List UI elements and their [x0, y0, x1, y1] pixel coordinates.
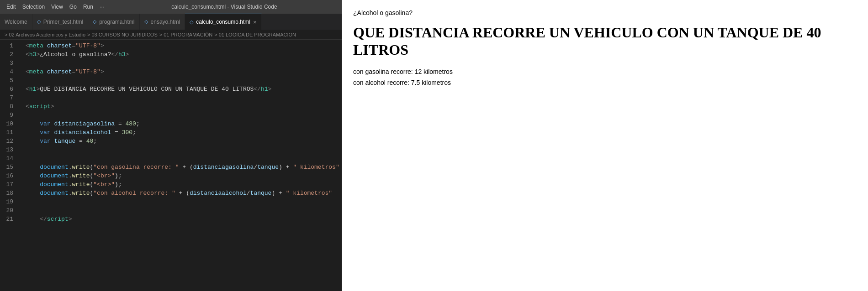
code-line-13 [26, 146, 342, 154]
tab-calculo-icon: ◇ [190, 19, 193, 25]
window-title: calculo_consumo.html - Visual Studio Cod… [111, 4, 338, 10]
line-num-5: 5 [5, 76, 13, 85]
line-num-2: 2 [5, 50, 13, 59]
breadcrumb-part4: > 01 LOGICA DE PROGRAMACION [214, 32, 296, 37]
code-line-6: <h1>QUE DISTANCIA RECORRE UN VEHICULO CO… [26, 85, 342, 94]
line-num-21: 21 [5, 215, 13, 223]
code-line-4: <meta charset="UTF-8"> [26, 68, 342, 76]
title-bar: Edit Selection View Go Run ··· calculo_c… [0, 0, 342, 14]
code-line-9 [26, 111, 342, 120]
line-num-4: 4 [5, 68, 13, 76]
vscode-panel: Edit Selection View Go Run ··· calculo_c… [0, 0, 342, 291]
code-line-20 [26, 206, 342, 215]
breadcrumb-part1: > 02 Archivos Academicos y Estudio [5, 32, 85, 37]
code-line-19 [26, 197, 342, 206]
line-numbers: 1 2 3 4 5 6 7 8 9 10 11 12 13 14 15 16 1… [0, 40, 18, 291]
tab-calculo-label: calculo_consumo.html [196, 19, 250, 25]
menu-go[interactable]: Go [67, 3, 79, 11]
code-line-12: var tanque = 40; [26, 137, 342, 146]
line-num-7: 7 [5, 94, 13, 102]
tab-ensayo-icon: ◇ [144, 19, 148, 25]
code-line-1: <meta charset="UTF-8"> [26, 42, 342, 50]
tab-welcome[interactable]: Welcome [0, 14, 32, 30]
line-num-14: 14 [5, 154, 13, 163]
line-num-6: 6 [5, 85, 13, 94]
code-line-11: var distanciaalcohol = 300; [26, 128, 342, 137]
code-line-5 [26, 76, 342, 85]
preview-subtitle: ¿Alcohol o gasolina? [353, 9, 857, 16]
preview-title: QUE DISTANCIA RECORRE UN VEHICULO CON UN… [353, 24, 857, 59]
code-line-3 [26, 59, 342, 68]
browser-panel: ¿Alcohol o gasolina? QUE DISTANCIA RECOR… [342, 0, 868, 291]
line-num-9: 9 [5, 111, 13, 120]
tab-ensayo[interactable]: ◇ ensayo.html [140, 14, 185, 30]
menu-more[interactable]: ··· [97, 3, 107, 11]
breadcrumb-part2: > 03 CURSOS NO JURIDICOS [87, 32, 158, 37]
preview-alcohol: con alcohol recorre: 7.5 kilometros [353, 79, 857, 86]
tab-programa-icon: ◇ [93, 19, 96, 25]
tab-calculo[interactable]: ◇ calculo_consumo.html × [185, 14, 261, 30]
code-line-18: document.write("con alcohol recorre: " +… [26, 189, 342, 197]
line-num-10: 10 [5, 120, 13, 128]
code-line-14 [26, 154, 342, 163]
menu-view[interactable]: View [48, 3, 66, 11]
line-num-1: 1 [5, 42, 13, 50]
breadcrumb-part3: > 01 PROGRAMACIÓN [159, 32, 212, 37]
code-content[interactable]: <meta charset="UTF-8"> <h3>¿Alcohol o ga… [18, 40, 342, 291]
menu-selection[interactable]: Selection [20, 3, 48, 11]
line-num-16: 16 [5, 171, 13, 180]
code-line-17: document.write("<br>"); [26, 180, 342, 189]
line-num-13: 13 [5, 146, 13, 154]
line-num-8: 8 [5, 102, 13, 111]
tab-programa-label: programa.html [99, 19, 134, 25]
code-line-2: <h3>¿Alcohol o gasolina?</h3> [26, 50, 342, 59]
code-area: 1 2 3 4 5 6 7 8 9 10 11 12 13 14 15 16 1… [0, 40, 342, 291]
code-line-7 [26, 94, 342, 102]
tab-welcome-label: Welcome [5, 19, 27, 25]
line-num-12: 12 [5, 137, 13, 146]
breadcrumb: > 02 Archivos Academicos y Estudio > 03 … [0, 30, 342, 40]
tab-ensayo-label: ensayo.html [151, 19, 180, 25]
tab-programa[interactable]: ◇ programa.html [88, 14, 139, 30]
line-num-15: 15 [5, 163, 13, 171]
title-bar-menus: Edit Selection View Go Run ··· [4, 3, 107, 11]
preview-gasolina: con gasolina recorre: 12 kilometros [353, 68, 857, 75]
code-line-10: var distanciagasolina = 480; [26, 120, 342, 128]
code-line-21: </script> [26, 215, 342, 223]
line-num-19: 19 [5, 197, 13, 206]
line-num-3: 3 [5, 59, 13, 68]
menu-edit[interactable]: Edit [4, 3, 19, 11]
tab-calculo-close[interactable]: × [253, 19, 257, 26]
tab-bar: Welcome ◇ Primer_test.html ◇ programa.ht… [0, 14, 342, 30]
line-num-20: 20 [5, 206, 13, 215]
code-line-16: document.write("<br>"); [26, 171, 342, 180]
menu-run[interactable]: Run [80, 3, 96, 11]
tab-primer-icon: ◇ [37, 19, 41, 25]
tab-primer-label: Primer_test.html [43, 19, 83, 25]
tab-primer[interactable]: ◇ Primer_test.html [32, 14, 88, 30]
line-num-17: 17 [5, 180, 13, 189]
code-line-15: document.write("con gasolina recorre: " … [26, 163, 342, 171]
code-line-8: <script> [26, 102, 342, 111]
line-num-18: 18 [5, 189, 13, 197]
line-num-11: 11 [5, 128, 13, 137]
